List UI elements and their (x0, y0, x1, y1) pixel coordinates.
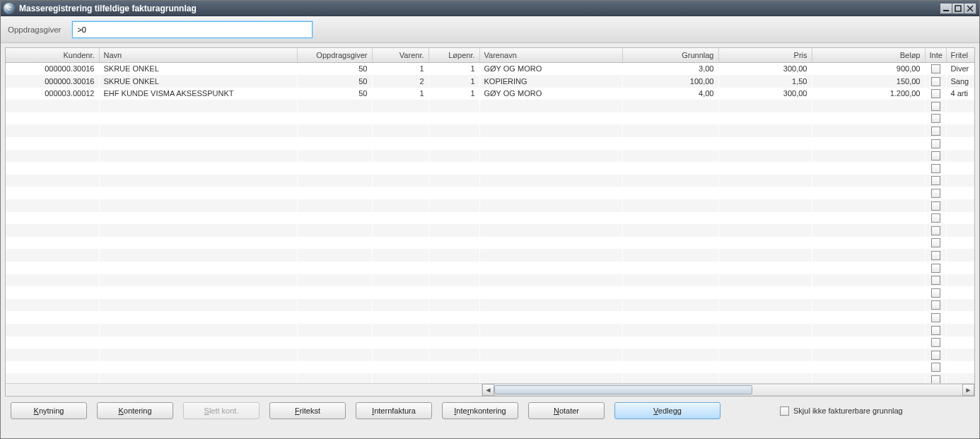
col-grunnlag[interactable]: Grunnlag (622, 48, 718, 62)
row-checkbox[interactable] (931, 189, 940, 198)
scrollbar-spacer (6, 384, 482, 396)
table-row (6, 112, 974, 125)
filter-label: Oppdragsgiver (8, 25, 61, 34)
row-checkbox[interactable] (931, 313, 940, 322)
internkontering-button[interactable]: Internkontering (442, 402, 518, 419)
table-row (6, 286, 974, 299)
col-belop[interactable]: Beløp (812, 48, 925, 62)
col-varenr[interactable]: Varenr. (372, 48, 428, 62)
table-row (6, 187, 974, 199)
button-bar: Knytning Kontering Slett kont. Fritekst … (1, 397, 979, 426)
row-checkbox[interactable] (931, 201, 940, 211)
row-checkbox[interactable] (931, 213, 940, 223)
table-row (6, 150, 974, 163)
row-checkbox[interactable] (931, 288, 940, 298)
row-checkbox[interactable] (931, 351, 940, 360)
grid-header-row: Kundenr. Navn Oppdragsgiver Varenr. Løpe… (6, 48, 974, 62)
hide-non-invoiceable-checkbox[interactable]: Skjul ikke fakturerbare grunnlag (780, 406, 903, 416)
table-row (6, 274, 974, 287)
vedlegg-button[interactable]: Vedlegg (614, 402, 721, 419)
table-row (6, 361, 974, 374)
scroll-right-button[interactable]: ► (962, 384, 974, 396)
table-row (6, 137, 974, 150)
checkbox-icon[interactable] (780, 406, 789, 416)
col-pris[interactable]: Pris (718, 48, 812, 62)
col-oppdragsgiver[interactable]: Oppdragsgiver (297, 48, 372, 62)
row-checkbox[interactable] (931, 89, 940, 98)
row-checkbox[interactable] (931, 127, 940, 136)
col-lopenr[interactable]: Løpenr. (428, 48, 479, 62)
notater-button[interactable]: Notater (528, 402, 605, 419)
scroll-left-button[interactable]: ◄ (482, 384, 494, 396)
filter-bar: Oppdragsgiver (1, 16, 979, 43)
table-row (6, 299, 974, 312)
close-button[interactable] (964, 3, 976, 14)
col-inte[interactable]: Inte (925, 48, 946, 62)
table-row (6, 373, 974, 383)
window-title: Masseregistrering tilfeldige fakturagrun… (19, 4, 940, 13)
svg-rect-1 (955, 6, 961, 11)
table-row (6, 349, 974, 361)
knytning-button[interactable]: Knytning (11, 402, 87, 419)
row-checkbox[interactable] (931, 151, 940, 160)
table-row (6, 237, 974, 250)
row-checkbox[interactable] (931, 338, 940, 347)
internfaktura-button[interactable]: Internfaktura (356, 402, 432, 419)
row-checkbox[interactable] (931, 77, 940, 86)
oppdragsgiver-input[interactable] (72, 21, 313, 38)
table-row (6, 262, 974, 274)
row-checkbox[interactable] (931, 251, 940, 260)
minimize-button[interactable] (940, 3, 952, 14)
row-checkbox[interactable] (931, 300, 940, 310)
svg-rect-0 (943, 10, 949, 11)
table-row[interactable]: 000003.00012EHF KUNDE VISMA AKSESSPUNKT5… (6, 88, 974, 100)
row-checkbox[interactable] (931, 176, 940, 185)
table-row (6, 124, 974, 137)
row-checkbox[interactable] (931, 264, 940, 273)
horizontal-scrollbar[interactable]: ◄ ► (6, 383, 974, 396)
row-checkbox[interactable] (931, 326, 940, 335)
row-checkbox[interactable] (931, 375, 940, 383)
scrollbar-thumb[interactable] (494, 385, 752, 394)
row-checkbox[interactable] (931, 139, 940, 148)
data-grid[interactable]: Kundenr. Navn Oppdragsgiver Varenr. Løpe… (6, 48, 974, 383)
row-checkbox[interactable] (931, 226, 940, 235)
col-navn[interactable]: Navn (99, 48, 297, 62)
grid-container: Kundenr. Navn Oppdragsgiver Varenr. Løpe… (5, 47, 975, 397)
fritekst-button[interactable]: Fritekst (269, 402, 346, 419)
window-controls (940, 3, 976, 14)
titlebar: e Masseregistrering tilfeldige fakturagr… (1, 1, 979, 16)
maximize-button[interactable] (952, 3, 964, 14)
row-checkbox[interactable] (931, 164, 940, 173)
row-checkbox[interactable] (931, 64, 940, 74)
table-row (6, 249, 974, 262)
table-row (6, 212, 974, 225)
table-row (6, 100, 974, 112)
row-checkbox[interactable] (931, 114, 940, 123)
table-row (6, 224, 974, 237)
app-icon: e (4, 3, 15, 14)
slett-kont-button[interactable]: Slett kont. (183, 402, 259, 419)
table-row (6, 199, 974, 212)
table-row[interactable]: 000000.30016SKRUE ONKEL5021KOPIERING100,… (6, 75, 974, 88)
col-kundenr[interactable]: Kundenr. (6, 48, 99, 62)
row-checkbox[interactable] (931, 276, 940, 285)
table-row (6, 324, 974, 336)
col-fritel[interactable]: Fritel (946, 48, 974, 62)
row-checkbox[interactable] (931, 363, 940, 372)
col-varenavn[interactable]: Varenavn (479, 48, 622, 62)
row-checkbox[interactable] (931, 102, 940, 111)
table-row (6, 175, 974, 187)
table-row (6, 311, 974, 324)
table-row[interactable]: 000000.30016SKRUE ONKEL5011GØY OG MORO3,… (6, 62, 974, 75)
table-row (6, 162, 974, 175)
row-checkbox[interactable] (931, 238, 940, 247)
hide-label: Skjul ikke fakturerbare grunnlag (793, 406, 903, 415)
scrollbar-track[interactable] (494, 384, 962, 396)
kontering-button[interactable]: Kontering (97, 402, 173, 419)
table-row (6, 336, 974, 349)
